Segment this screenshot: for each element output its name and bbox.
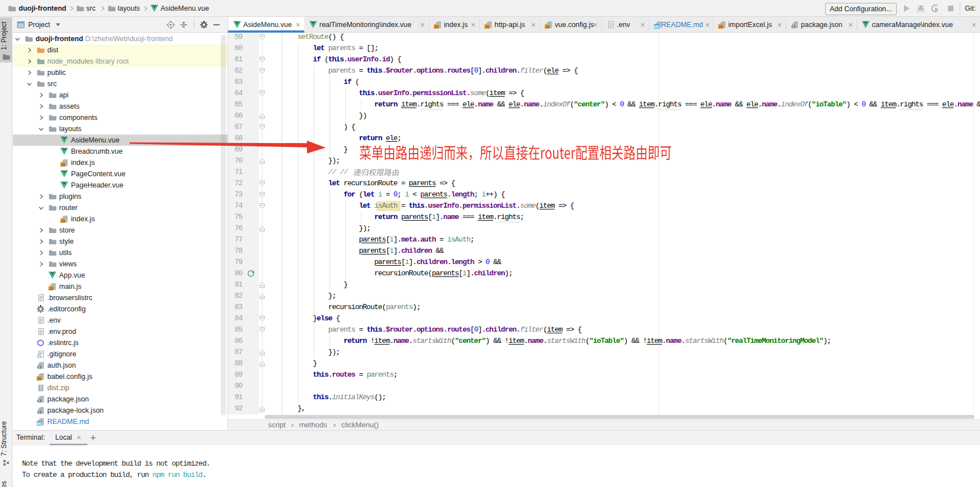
svg-text:JS: JS (485, 25, 490, 29)
svg-text:JS: JS (719, 25, 724, 29)
svg-text:JS: JS (434, 25, 439, 29)
svg-text:JS: JS (61, 219, 66, 223)
svg-text:JS: JS (61, 163, 66, 167)
svg-text:MD: MD (37, 422, 42, 426)
svg-text:JS: JS (545, 25, 550, 29)
svg-text:JS: JS (37, 377, 42, 381)
svg-text:JS: JS (49, 287, 54, 291)
svg-text:MD: MD (654, 25, 660, 29)
